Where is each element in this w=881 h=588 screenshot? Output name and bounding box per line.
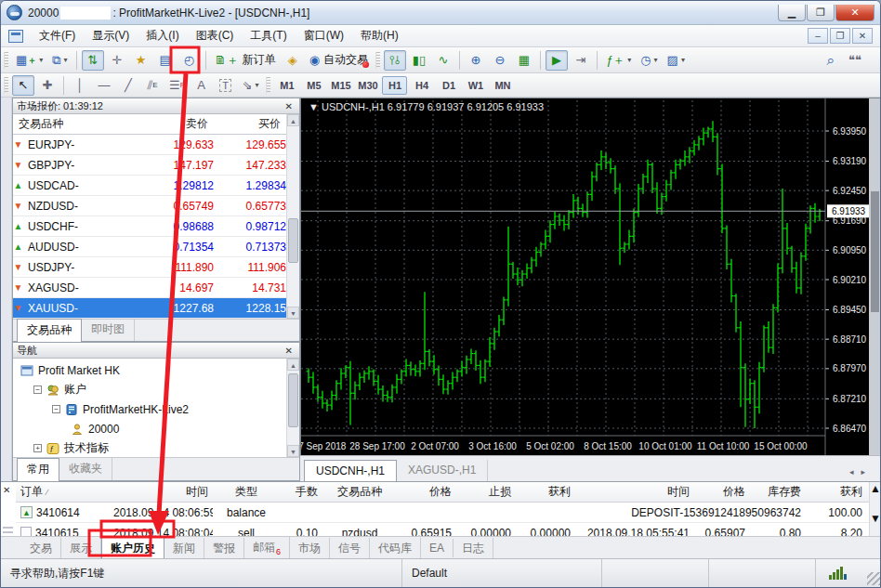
- scroll-up-icon[interactable]: ▲: [287, 114, 299, 126]
- tab-market[interactable]: 市场: [290, 538, 330, 559]
- tab-news[interactable]: 新闻: [164, 538, 204, 559]
- timeframe-w1-button[interactable]: W1: [463, 76, 488, 95]
- tab-mailbox[interactable]: 邮箱6: [244, 537, 290, 558]
- terminal-close-icon[interactable]: ✕: [3, 485, 10, 495]
- child-minimize-button[interactable]: –: [808, 28, 828, 44]
- menu-insert[interactable]: 插入(I): [138, 25, 187, 46]
- market-watch-close-icon[interactable]: ✕: [283, 101, 296, 111]
- zoom-in-button[interactable]: ⊕: [465, 50, 487, 71]
- autotrading-button[interactable]: ◉自动交易: [306, 50, 372, 71]
- data-window-button[interactable]: ✛: [106, 50, 128, 71]
- col-close-time[interactable]: 时间: [575, 484, 694, 500]
- history-row-trade[interactable]: 3410615 2018.09.14 08:08:04 sell 0.10 nz…: [16, 523, 869, 537]
- tile-windows-button[interactable]: ▦: [513, 50, 535, 71]
- navigator-scrollbar[interactable]: ▲ ▼: [286, 359, 299, 457]
- tab-alerts[interactable]: 警报: [204, 538, 244, 559]
- tab-symbols[interactable]: 交易品种: [17, 319, 82, 342]
- cursor-tool-button[interactable]: ↖: [12, 75, 34, 96]
- child-close-button[interactable]: ✕: [852, 28, 873, 44]
- column-bid[interactable]: 卖价: [132, 116, 214, 132]
- market-watch-row[interactable]: ▲USDCAD-1.298121.29834: [13, 176, 299, 196]
- price-chart[interactable]: 6.939506.931906.924506.916906.909506.902…: [300, 98, 881, 481]
- market-watch-row[interactable]: ▲USDCHF-0.986880.98712: [13, 216, 299, 237]
- col-price[interactable]: 价格: [397, 484, 456, 500]
- auto-scroll-button[interactable]: ▶: [546, 50, 568, 71]
- close-button[interactable]: ✕: [835, 5, 874, 21]
- expand-icon[interactable]: +: [33, 444, 42, 452]
- chart-tab-usdcnh[interactable]: USDCNH-,H1: [304, 460, 397, 482]
- toolbar-grip[interactable]: [266, 77, 270, 94]
- resize-grip[interactable]: [867, 572, 880, 585]
- bar-chart-button[interactable]: ⫯⫰: [384, 50, 406, 71]
- scroll-down-icon[interactable]: ▼: [870, 512, 881, 525]
- child-restore-button[interactable]: ❐: [830, 28, 850, 44]
- col-lots[interactable]: 手数: [280, 484, 322, 500]
- market-watch-row[interactable]: ▼XAGUSD-14.69714.731: [13, 278, 299, 298]
- col-sl[interactable]: 止损: [456, 484, 516, 500]
- tree-item-broker[interactable]: Profit Market HK: [13, 360, 299, 380]
- col-time[interactable]: 时间: [109, 484, 213, 500]
- market-watch-row[interactable]: ▼NZDUSD-0.657490.65773: [13, 196, 299, 216]
- tab-scroll-arrows[interactable]: ◂▸: [849, 467, 873, 477]
- col-swap[interactable]: 库存费: [750, 484, 806, 500]
- zoom-out-button[interactable]: ⊖: [489, 50, 511, 71]
- menu-view[interactable]: 显示(V): [84, 25, 138, 46]
- tab-exposure[interactable]: 展示: [61, 538, 101, 559]
- market-watch-toggle-button[interactable]: ⇅: [82, 50, 104, 71]
- profiles-button[interactable]: ⧉▾: [48, 50, 71, 71]
- column-symbol[interactable]: 交易品种: [13, 116, 132, 132]
- menu-charts[interactable]: 图表(C): [188, 25, 243, 46]
- tab-favorites[interactable]: 收藏夹: [59, 458, 112, 480]
- col-symbol[interactable]: 交易品种: [322, 484, 397, 500]
- collapse-icon[interactable]: −: [33, 385, 42, 394]
- line-chart-button[interactable]: ∿: [432, 50, 454, 71]
- timeframe-d1-button[interactable]: D1: [436, 76, 461, 95]
- navigator-toggle-button[interactable]: ★: [130, 50, 152, 71]
- tab-journal[interactable]: 日志: [454, 538, 493, 559]
- market-watch-row[interactable]: ▲AUDUSD-0.713540.71373: [13, 237, 299, 257]
- menu-help[interactable]: 帮助(H): [352, 25, 407, 46]
- scroll-thumb[interactable]: [288, 373, 298, 427]
- tab-code-base[interactable]: 代码库: [370, 538, 421, 559]
- new-order-button[interactable]: 🗎＋新订单: [211, 50, 280, 71]
- timeframe-mn-button[interactable]: MN: [490, 76, 515, 95]
- terminal-scrollbar[interactable]: ▲ ▼: [869, 482, 881, 537]
- tree-item-accounts[interactable]: − 账户: [13, 380, 299, 399]
- navigator-close-icon[interactable]: ✕: [283, 346, 296, 356]
- metaeditor-button[interactable]: ◈: [282, 50, 304, 71]
- tree-item-account-number[interactable]: 20000: [13, 419, 299, 438]
- tree-item-server[interactable]: − ProfitMarketHK-Live2: [13, 399, 299, 419]
- templates-button[interactable]: ▨▾: [664, 50, 689, 71]
- scroll-thumb[interactable]: [870, 495, 881, 512]
- collapse-icon[interactable]: −: [52, 405, 60, 413]
- market-watch-scrollbar[interactable]: ▲ ▼: [286, 114, 299, 319]
- tab-trade[interactable]: 交易: [21, 538, 61, 559]
- chart-tab-xagusd[interactable]: XAGUSD-,H1: [397, 460, 488, 481]
- timeframe-m5-button[interactable]: M5: [301, 76, 326, 95]
- market-watch-row[interactable]: ▼GBPJPY-147.197147.233: [13, 155, 299, 176]
- menu-tools[interactable]: 工具(T): [242, 25, 295, 46]
- new-chart-button[interactable]: ▦＋▾: [12, 50, 46, 71]
- toolbar-grip[interactable]: [4, 52, 8, 69]
- market-watch-row[interactable]: ▼XAUUSD-1227.681228.15: [13, 298, 299, 319]
- col-tp[interactable]: 获利: [516, 484, 575, 500]
- restore-button[interactable]: ❐: [807, 5, 835, 21]
- tab-experts[interactable]: EA: [421, 539, 454, 557]
- vertical-line-tool-button[interactable]: │: [69, 75, 91, 96]
- horizontal-line-tool-button[interactable]: —: [93, 75, 115, 96]
- arrows-tool-button[interactable]: ⇘▾: [239, 75, 263, 96]
- column-ask[interactable]: 买价: [214, 116, 286, 132]
- tab-signals[interactable]: 信号: [330, 538, 370, 559]
- timeframe-m30-button[interactable]: M30: [355, 76, 380, 95]
- col-profit[interactable]: 获利: [806, 484, 867, 500]
- strategy-tester-button[interactable]: ◴: [178, 50, 201, 71]
- scroll-up-icon[interactable]: ▲: [870, 482, 881, 495]
- fibonacci-tool-button[interactable]: ☰F: [165, 75, 189, 96]
- chart-shift-button[interactable]: ⇥: [570, 50, 592, 71]
- market-watch-row[interactable]: ▼EURJPY-129.633129.655: [13, 135, 299, 155]
- timeframe-m15-button[interactable]: M15: [328, 76, 353, 95]
- history-row-balance[interactable]: ▲3410614 2018.09.14 08:06:59 balance DEP…: [16, 503, 869, 523]
- tab-common[interactable]: 常用: [17, 458, 59, 481]
- status-profile[interactable]: Default: [402, 559, 602, 587]
- market-watch-row[interactable]: ▼USDJPY-111.890111.906: [13, 257, 299, 278]
